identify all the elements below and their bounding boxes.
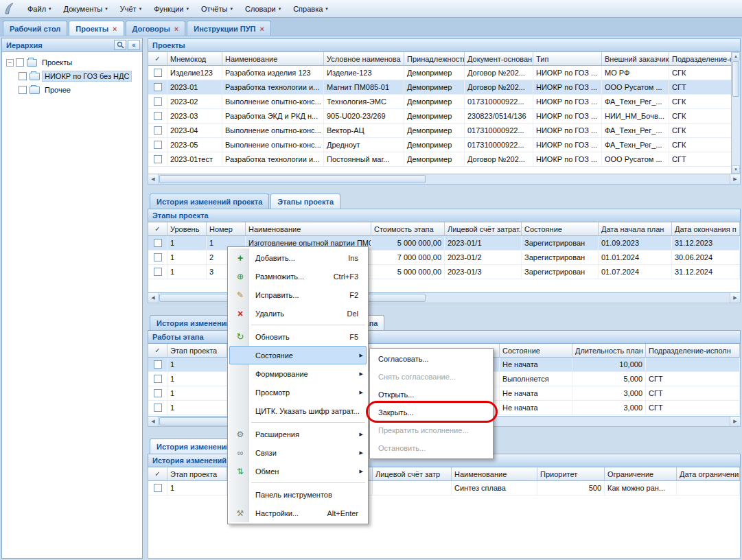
- menu-item[interactable]: Открыть...: [371, 386, 491, 404]
- table-row[interactable]: Изделие123Разработка изделия 123Изделие-…: [148, 66, 740, 80]
- tab[interactable]: Рабочий стол: [3, 21, 67, 36]
- menubar-item[interactable]: Словари▾: [239, 3, 287, 15]
- menu-item[interactable]: ↻ОбновитьF5: [229, 327, 367, 346]
- column-header[interactable]: Уровень: [167, 222, 207, 235]
- column-header[interactable]: Подразделение-исполн: [646, 344, 740, 357]
- row-checkbox[interactable]: [154, 69, 162, 77]
- menu-item[interactable]: Состояние▶: [229, 346, 367, 364]
- column-header[interactable]: Стоимость этапа: [371, 222, 445, 235]
- tab-close-icon[interactable]: ×: [174, 25, 178, 32]
- row-checkbox[interactable]: [154, 83, 162, 91]
- table-row[interactable]: 2023-02Выполнение опытно-конс...Технолог…: [148, 95, 740, 109]
- column-header[interactable]: Ограничение: [605, 467, 677, 480]
- tab[interactable]: Договоры×: [126, 21, 186, 36]
- tab[interactable]: Этапы проекта: [270, 194, 340, 209]
- select-all-header[interactable]: ✓: [148, 222, 167, 235]
- row-checkbox[interactable]: [154, 360, 162, 369]
- tab[interactable]: Инструкции ПУП×: [187, 21, 271, 36]
- menubar-item[interactable]: Файл▾: [21, 3, 58, 15]
- tab[interactable]: История изменений проекта: [150, 194, 269, 209]
- row-checkbox[interactable]: [154, 268, 162, 276]
- row-checkbox[interactable]: [154, 97, 162, 106]
- scroll-thumb[interactable]: [732, 61, 739, 97]
- menubar-item[interactable]: Документы▾: [58, 3, 114, 15]
- tree-node-prochee[interactable]: Прочее: [3, 83, 141, 97]
- menubar-item[interactable]: Отчёты▾: [195, 3, 239, 15]
- menubar-item[interactable]: Справка▾: [287, 3, 334, 15]
- column-header[interactable]: Лицевой счёт затрат.: [445, 222, 522, 235]
- column-header[interactable]: Наименование: [222, 52, 324, 65]
- row-checkbox[interactable]: [154, 155, 162, 163]
- search-button[interactable]: [114, 40, 126, 50]
- vertical-scrollbar[interactable]: ▲ ▼: [731, 52, 740, 174]
- horizontal-scrollbar[interactable]: ◀ ▶: [148, 174, 741, 185]
- column-header[interactable]: Внешний заказчик: [602, 52, 669, 65]
- column-header[interactable]: Этап проекта: [167, 344, 227, 357]
- select-all-header[interactable]: ✓: [148, 52, 167, 65]
- column-header[interactable]: Дата ограничения: [677, 467, 740, 480]
- menu-item[interactable]: Формирование▶: [229, 364, 367, 383]
- column-header[interactable]: Этап проекта: [167, 467, 227, 480]
- scroll-left-icon[interactable]: ◀: [148, 174, 159, 184]
- collapse-expander-icon[interactable]: −: [6, 59, 14, 67]
- row-checkbox[interactable]: [154, 404, 162, 412]
- tree-node-checkbox[interactable]: [19, 72, 27, 80]
- tree-node-projects[interactable]: − Проекты: [3, 56, 141, 69]
- row-checkbox[interactable]: [154, 253, 162, 261]
- row-checkbox[interactable]: [154, 239, 162, 247]
- row-checkbox[interactable]: [154, 375, 162, 383]
- column-header[interactable]: Дата окончания п: [672, 222, 740, 235]
- column-header[interactable]: Наименование: [452, 467, 537, 480]
- tree-node-checkbox[interactable]: [19, 86, 27, 94]
- column-header[interactable]: Документ-основан: [465, 52, 533, 65]
- tab-close-icon[interactable]: ×: [113, 25, 117, 32]
- column-header[interactable]: Условное наименова: [324, 52, 404, 65]
- column-header[interactable]: Лицевой счёт затр: [373, 467, 452, 480]
- menu-item[interactable]: ⚙Расширения▶: [229, 425, 367, 443]
- menu-item[interactable]: +Добавить...Ins: [229, 248, 367, 267]
- scroll-right-icon[interactable]: ▶: [730, 174, 740, 184]
- scroll-down-icon[interactable]: ▼: [732, 165, 740, 174]
- menubar-item[interactable]: Учёт▾: [114, 3, 148, 15]
- tab-close-icon[interactable]: ×: [260, 25, 264, 32]
- scroll-right-icon[interactable]: ▶: [730, 417, 740, 426]
- menu-item[interactable]: Просмотр▶: [229, 383, 367, 401]
- collapse-panel-button[interactable]: «: [128, 40, 140, 50]
- select-all-header[interactable]: ✓: [148, 344, 167, 357]
- column-header[interactable]: Тип: [533, 52, 602, 65]
- menu-item[interactable]: ⊕Размножить...Ctrl+F3: [229, 267, 367, 285]
- table-row[interactable]: 2023-01тестРазработка технологии и...Пос…: [148, 152, 740, 167]
- scroll-right-icon[interactable]: ▶: [730, 293, 740, 303]
- row-checkbox[interactable]: [154, 389, 162, 397]
- column-header[interactable]: Принадлежность: [404, 52, 465, 65]
- table-row[interactable]: 2023-03Разработка ЭКД и РКД н...905-U020…: [148, 109, 740, 124]
- tree-node-niokr[interactable]: НИОКР по ГОЗ без НДС: [3, 69, 141, 83]
- column-header[interactable]: Приоритет: [537, 467, 605, 480]
- column-header[interactable]: Дата начала план: [599, 222, 672, 235]
- menubar-item[interactable]: Функции▾: [148, 3, 195, 15]
- table-row[interactable]: 2023-01Разработка технологии и...Магнит …: [148, 80, 740, 95]
- row-checkbox[interactable]: [154, 126, 162, 135]
- column-header[interactable]: Состояние: [522, 222, 599, 235]
- column-header[interactable]: Состояние: [500, 344, 572, 357]
- menu-item[interactable]: ⇅Обмен▶: [229, 462, 367, 480]
- table-row[interactable]: 2023-05Выполнение опытно-конс...Дредноут…: [148, 138, 740, 152]
- select-all-header[interactable]: ✓: [148, 467, 167, 480]
- menu-item[interactable]: ✎Исправить...F2: [229, 285, 367, 304]
- scroll-thumb[interactable]: [159, 175, 426, 183]
- menu-item[interactable]: ⚒Настройки...Alt+Enter: [229, 504, 367, 522]
- row-checkbox[interactable]: [154, 112, 162, 120]
- column-header[interactable]: Мнемокод: [167, 52, 222, 65]
- menu-item[interactable]: ×УдалитьDel: [229, 304, 367, 323]
- menu-item[interactable]: Панель инструментов: [229, 485, 367, 504]
- scroll-left-icon[interactable]: ◀: [148, 417, 159, 426]
- scroll-left-icon[interactable]: ◀: [148, 293, 159, 303]
- column-header[interactable]: Длительность план▼: [572, 344, 646, 357]
- menu-item[interactable]: Согласовать...: [371, 350, 491, 368]
- menu-item[interactable]: Закрыть...: [371, 404, 491, 421]
- menu-item[interactable]: ЦИТК. Указать шифр затрат...: [229, 401, 367, 420]
- tab[interactable]: Проекты×: [69, 21, 124, 36]
- row-checkbox[interactable]: [154, 484, 162, 492]
- menu-item[interactable]: ∞Связи▶: [229, 443, 367, 462]
- column-header[interactable]: Номер: [207, 222, 246, 235]
